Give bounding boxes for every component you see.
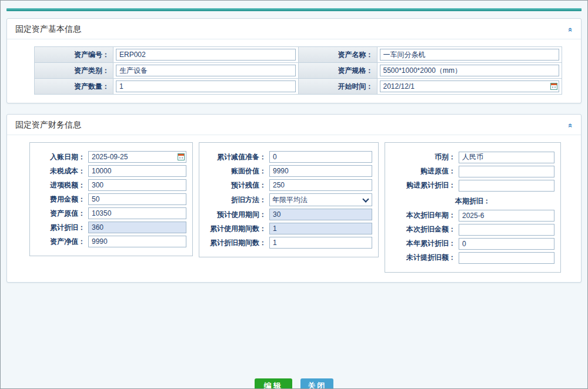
calendar-icon[interactable] <box>178 153 185 160</box>
unprovided-input[interactable] <box>459 252 554 264</box>
asset-name-cell <box>377 47 562 62</box>
period-depreciation-header: 本期折旧： <box>390 196 556 206</box>
untaxed-cost-label: 未税成本： <box>36 166 87 176</box>
asset-quantity-label: 资产数量： <box>35 79 113 94</box>
asset-category-input[interactable] <box>116 65 296 76</box>
asset-name-label: 资产名称： <box>299 47 377 62</box>
input-tax-input[interactable] <box>88 179 186 191</box>
asset-quantity-input[interactable] <box>116 81 296 92</box>
basic-info-panel: 固定资产基本信息 « 资产编号： 资产名称： 资产类别： 资产规格： <box>6 18 582 103</box>
finance-middle-group: 累计减值准备： 账面价值： 预计残值： 折旧方法： 年限平均法 <box>199 142 379 257</box>
useful-life-row: 预计使用期间： <box>205 209 372 220</box>
currency-row: 币别： <box>391 151 554 163</box>
page: 固定资产基本信息 « 资产编号： 资产名称： 资产类别： 资产规格： <box>0 0 588 389</box>
salvage-row: 预计残值： <box>205 179 372 191</box>
ytd-depreciation-row: 本年累计折旧： <box>391 238 554 250</box>
basic-info-header: 固定资产基本信息 « <box>7 19 581 39</box>
purchase-value-label: 购进原值： <box>391 166 457 176</box>
used-periods-label: 累计使用期间数： <box>205 224 268 234</box>
impairment-row: 累计减值准备： <box>205 151 372 163</box>
useful-life-label: 预计使用期间： <box>205 210 268 220</box>
fee-amount-row: 费用金额： <box>36 193 186 205</box>
salvage-input[interactable] <box>269 179 372 191</box>
depreciated-periods-label: 累计折旧期间数： <box>205 238 268 248</box>
accum-depreciation-label: 累计折旧： <box>36 223 87 233</box>
period-year-input[interactable] <box>459 210 554 222</box>
finance-info-title: 固定资产财务信息 <box>15 120 81 130</box>
input-tax-label: 进项税额： <box>36 180 87 190</box>
net-value-input[interactable] <box>88 236 186 247</box>
finance-info-header: 固定资产财务信息 « <box>7 115 581 135</box>
asset-spec-label: 资产规格： <box>299 63 377 78</box>
top-divider-bar <box>6 8 582 11</box>
depreciation-method-row: 折旧方法： 年限平均法 <box>205 193 372 206</box>
entry-date-row: 入账日期： <box>36 151 186 163</box>
close-button[interactable]: 关闭 <box>300 378 333 389</box>
depreciation-method-select[interactable]: 年限平均法 <box>269 193 372 206</box>
impairment-input[interactable] <box>269 151 372 163</box>
edit-button[interactable]: 编辑 <box>255 378 292 389</box>
net-value-row: 资产净值： <box>36 236 186 247</box>
period-amount-row: 本次折旧金额： <box>391 224 554 236</box>
book-value-input[interactable] <box>269 165 372 177</box>
currency-input[interactable] <box>459 152 554 163</box>
original-value-input[interactable] <box>88 207 186 219</box>
period-amount-label: 本次折旧金额： <box>391 224 457 234</box>
unprovided-label: 未计提折旧额： <box>391 253 457 263</box>
finance-right-group: 币别： 购进原值： 购进累计折旧： 本期折旧： 本次折旧年期： 本次折旧 <box>385 142 561 273</box>
useful-life-input[interactable] <box>269 209 372 220</box>
entry-date-label: 入账日期： <box>36 152 87 162</box>
collapse-icon[interactable]: « <box>567 27 574 31</box>
action-bar: 编辑 关闭 <box>1 378 587 389</box>
purchase-accum-input[interactable] <box>459 180 554 192</box>
collapse-icon[interactable]: « <box>567 123 574 127</box>
start-time-input[interactable] <box>380 81 560 92</box>
accum-depreciation-input[interactable] <box>88 222 186 233</box>
asset-no-cell <box>113 47 298 62</box>
finance-left-group: 入账日期： 未税成本： 进项税额： 费用金额： <box>29 142 193 256</box>
start-time-cell <box>377 79 562 94</box>
fee-amount-input[interactable] <box>88 193 186 205</box>
entry-date-input[interactable] <box>88 151 186 163</box>
depreciation-method-label: 折旧方法： <box>205 195 268 205</box>
untaxed-cost-row: 未税成本： <box>36 165 186 177</box>
used-periods-input[interactable] <box>269 223 372 234</box>
book-value-row: 账面价值： <box>205 165 372 177</box>
basic-info-body: 资产编号： 资产名称： 资产类别： 资产规格： 资产数量： <box>7 39 581 103</box>
finance-info-panel: 固定资产财务信息 « 入账日期： 未税成本： 进项税额： <box>6 114 582 283</box>
ytd-depreciation-label: 本年累计折旧： <box>391 239 457 249</box>
basic-info-table: 资产编号： 资产名称： 资产类别： 资产规格： 资产数量： <box>34 46 562 95</box>
fee-amount-label: 费用金额： <box>36 195 87 204</box>
unprovided-row: 未计提折旧额： <box>391 252 554 264</box>
purchase-accum-row: 购进累计折旧： <box>391 180 554 192</box>
finance-info-body: 入账日期： 未税成本： 进项税额： 费用金额： <box>7 135 581 282</box>
depreciated-periods-row: 累计折旧期间数： <box>205 237 372 249</box>
original-value-row: 资产原值： <box>36 207 186 219</box>
untaxed-cost-input[interactable] <box>88 165 186 177</box>
ytd-depreciation-input[interactable] <box>459 238 554 250</box>
book-value-label: 账面价值： <box>205 166 268 176</box>
used-periods-row: 累计使用期间数： <box>205 223 372 234</box>
purchase-value-input[interactable] <box>459 166 554 177</box>
asset-name-input[interactable] <box>380 49 560 61</box>
basic-info-title: 固定资产基本信息 <box>15 24 81 35</box>
asset-no-input[interactable] <box>116 49 296 61</box>
asset-quantity-cell <box>113 79 298 94</box>
impairment-label: 累计减值准备： <box>205 152 268 162</box>
accum-depreciation-row: 累计折旧： <box>36 222 186 233</box>
currency-label: 币别： <box>391 152 457 162</box>
depreciated-periods-input[interactable] <box>269 237 372 249</box>
salvage-label: 预计残值： <box>205 180 268 190</box>
asset-spec-input[interactable] <box>380 65 560 76</box>
calendar-icon[interactable] <box>550 83 557 90</box>
period-amount-input[interactable] <box>459 224 554 236</box>
asset-no-label: 资产编号： <box>35 47 113 62</box>
period-year-row: 本次折旧年期： <box>391 210 554 222</box>
asset-category-label: 资产类别： <box>35 63 113 78</box>
start-time-label: 开始时间： <box>299 79 377 94</box>
input-tax-row: 进项税额： <box>36 179 186 191</box>
purchase-value-row: 购进原值： <box>391 166 554 177</box>
asset-category-cell <box>113 63 298 78</box>
period-year-label: 本次折旧年期： <box>391 210 457 220</box>
net-value-label: 资产净值： <box>36 237 87 247</box>
